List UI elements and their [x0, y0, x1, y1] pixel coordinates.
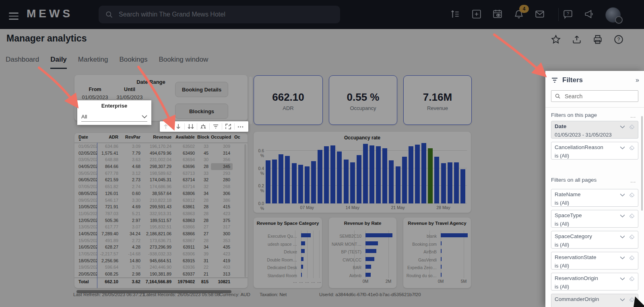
tab-bookings[interactable]: Bookings — [119, 56, 147, 69]
filters-search-input[interactable] — [564, 93, 630, 100]
visual-filter-icon[interactable] — [210, 122, 222, 131]
occupancy-bar[interactable] — [382, 148, 387, 203]
table-row[interactable]: 15/05/2023491.892.72173,636.716386728353 — [74, 237, 248, 244]
column-header-date[interactable]: Date — [74, 133, 97, 143]
bar[interactable] — [441, 273, 442, 277]
occupancy-bar[interactable] — [292, 163, 297, 203]
chevron-down-icon[interactable] — [620, 277, 625, 280]
chevron-down-icon[interactable] — [620, 146, 625, 149]
filters-search-box[interactable] — [551, 90, 638, 102]
eraser-icon[interactable] — [629, 297, 635, 302]
table-row[interactable]: 19/05/2023596.643.76240,446.906393622403 — [74, 264, 248, 271]
favorite-star-icon[interactable] — [551, 34, 561, 45]
eraser-icon[interactable] — [629, 276, 635, 281]
sort-list-icon[interactable] — [450, 9, 461, 20]
enterprise-dropdown[interactable]: All — [81, 112, 147, 122]
occupancy-bar[interactable] — [415, 145, 420, 203]
table-row[interactable]: 11/05/2023787.035.21332,913.316386328423 — [74, 210, 248, 217]
tab-booking-window[interactable]: Booking window — [159, 56, 208, 69]
bar[interactable] — [365, 257, 374, 261]
table-row[interactable]: 01/05/2023634.863.09196,170.246350233309 — [74, 143, 248, 150]
column-header-revenue[interactable]: Revenue — [143, 133, 174, 143]
occupancy-bar[interactable] — [460, 169, 465, 203]
tab-marketing[interactable]: Marketing — [78, 56, 108, 69]
chevron-down-icon[interactable] — [620, 125, 625, 129]
blockings-button[interactable]: Blockings — [175, 104, 228, 119]
occupancy-bar[interactable] — [285, 156, 290, 203]
bar[interactable] — [365, 233, 392, 237]
go-to-next-level-icon[interactable] — [185, 122, 197, 131]
filter-card-reservationorigin[interactable]: ReservationOriginis (All) — [551, 273, 638, 290]
occupancy-bar[interactable] — [272, 160, 277, 203]
filter-card-spacecategory[interactable]: SpaceCategoryis (All) — [551, 231, 638, 249]
add-new-icon[interactable] — [471, 9, 483, 20]
table-row[interactable]: 05/05/2023677.783.12198,589.626371333293 — [74, 170, 248, 177]
bar[interactable] — [365, 265, 371, 269]
table-vertical-scrollbar[interactable] — [244, 144, 246, 277]
bar[interactable] — [441, 257, 442, 261]
revenue-by-space-category-chart[interactable]: Revenue by Space Category Executive Qu…u… — [254, 218, 322, 288]
occupancy-bar[interactable] — [376, 146, 381, 203]
occupancy-bar[interactable] — [389, 160, 394, 203]
revenue-by-travel-agency-chart[interactable]: Revenue by Travel Agency blankBooking.co… — [403, 218, 471, 288]
table-row[interactable]: 17/05/2023-2,217.57-14.68-938,032.336390… — [74, 251, 248, 257]
bar[interactable] — [365, 249, 376, 253]
column-header-occupied[interactable]: Occupied — [211, 133, 233, 143]
occupancy-bar[interactable] — [363, 144, 368, 203]
expand-all-icon[interactable] — [197, 122, 209, 131]
filter-card-ratename[interactable]: RateNameis (All) — [551, 189, 638, 207]
table-row[interactable]: 12/05/2023505.362.97189,511.576386328375 — [74, 217, 248, 224]
occupancy-bar[interactable] — [324, 146, 329, 203]
occupancy-bar[interactable] — [318, 150, 322, 203]
column-header-available[interactable]: Available — [174, 133, 197, 143]
table-row[interactable]: 18/05/20232,256.9614.80945,664.516391531… — [74, 257, 248, 264]
filter-card-reservationstate[interactable]: ReservationStateis (All) — [551, 252, 638, 270]
from-date-value[interactable]: 01/05/2023 — [77, 94, 113, 100]
more-options-icon[interactable]: ⋯ — [235, 122, 247, 131]
occupancy-bar[interactable] — [434, 157, 439, 203]
bar[interactable] — [301, 273, 302, 277]
column-header-adr[interactable]: ADR — [97, 133, 121, 143]
booking-details-button[interactable]: Booking Details — [175, 82, 228, 97]
tab-dashboard[interactable]: Dashboard — [6, 56, 39, 69]
occupancy-bar[interactable] — [396, 166, 400, 203]
bar[interactable] — [365, 241, 378, 245]
bar[interactable] — [441, 233, 468, 237]
collapse-panel-icon[interactable]: » — [636, 77, 638, 84]
help-bubble-icon[interactable]: ? — [563, 9, 574, 20]
table-row[interactable]: 10/05/2023721.914.69299,591.436386128415 — [74, 203, 248, 210]
filter-card-commanderorigin[interactable]: CommanderOrigin — [551, 294, 638, 307]
filter-card-spacetype[interactable]: SpaceTypeis (All) — [551, 210, 638, 228]
occupancy-bar[interactable] — [421, 143, 426, 203]
bar[interactable] — [365, 273, 371, 277]
occupancy-bar[interactable] — [344, 160, 349, 203]
more-options-icon[interactable]: ... — [630, 113, 636, 119]
column-header-block[interactable]: Block — [197, 133, 211, 143]
until-date-value[interactable]: 31/05/2023 — [111, 94, 148, 100]
chevron-down-icon[interactable] — [620, 214, 625, 218]
table-row[interactable]: 06/05/2023621.592.73174,045.316371432280 — [74, 176, 248, 183]
share-upload-icon[interactable] — [572, 34, 582, 45]
filter-card-cancellationreason[interactable]: CancellationReasonis (All) — [551, 142, 638, 160]
global-search[interactable] — [99, 6, 340, 23]
eraser-icon[interactable] — [629, 124, 635, 129]
bar[interactable] — [441, 241, 442, 245]
occupancy-bar[interactable] — [402, 157, 407, 203]
occupancy-bar[interactable] — [311, 161, 316, 203]
search-input[interactable] — [118, 10, 329, 19]
eraser-icon[interactable] — [629, 255, 635, 260]
chevron-down-icon[interactable] — [620, 256, 625, 259]
filter-card-date[interactable]: Date01/05/2023 - 31/05/2023 — [551, 121, 638, 139]
occupancy-bar[interactable] — [369, 145, 374, 203]
occupancy-bar[interactable] — [330, 145, 335, 203]
print-icon[interactable] — [592, 34, 603, 45]
help-circle-icon[interactable]: ? — [613, 34, 624, 45]
bar[interactable] — [301, 241, 305, 245]
occupancy-rate-chart[interactable]: Occupancy rate 0.0 %0.2 %0.4 %0.6 % 07 M… — [254, 132, 471, 213]
kpi-card-occupancy[interactable]: 0.55 % Occupancy — [329, 75, 397, 125]
drill-down-icon[interactable] — [172, 122, 184, 131]
bar[interactable] — [441, 249, 442, 253]
chevron-down-icon[interactable] — [620, 235, 625, 239]
table-row[interactable]: 03/05/2023648.883.63231,002.046369430356 — [74, 156, 248, 163]
table-row[interactable]: 04/05/2023864.664.68298,307.296369628345 — [74, 163, 248, 170]
